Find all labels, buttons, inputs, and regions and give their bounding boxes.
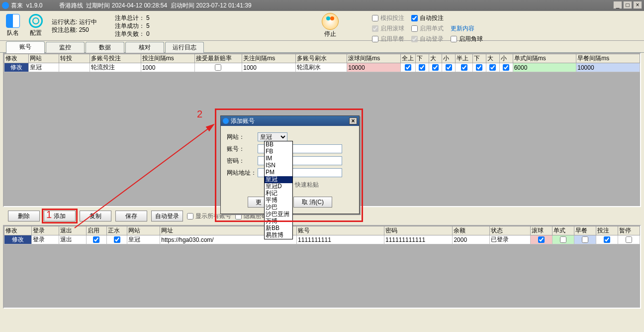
main-toolbar: 队名 配置 运行状态: 运行中 投注总额: 250 注单总计： 5 注单成功： … — [0, 11, 644, 41]
copy-button[interactable]: 复制 — [80, 211, 111, 221]
dropdown-option[interactable]: FB — [265, 148, 292, 155]
stop-button[interactable]: 停止 — [322, 13, 339, 38]
tab-verify[interactable]: 核对 — [125, 42, 164, 53]
chk-auto[interactable]: 自动投注 — [411, 14, 444, 22]
stop-icon — [322, 13, 339, 30]
dropdown-option[interactable]: 沙巴 — [265, 204, 292, 211]
dialog-icon — [223, 118, 229, 124]
dropdown-option[interactable]: BB — [265, 141, 292, 148]
chk-roll[interactable]: 启用滚球 — [372, 24, 404, 33]
table-row[interactable]: 修改 登录 退出 皇冠 https://hga030.com/ 11111111… — [4, 235, 640, 244]
dialog-titlebar[interactable]: 添加账号 × — [221, 116, 359, 126]
site-config-table[interactable]: 修改网站转投多账号投注投注间隔ms接受最新赔率关注间隔ms多账号刷水滚球间隔ms… — [4, 54, 640, 72]
cancel-button[interactable]: 取 消(C) — [293, 197, 332, 208]
chk-corner[interactable]: 启用角球 — [451, 35, 483, 43]
update-link[interactable]: 更新内容 — [451, 24, 483, 33]
tab-data[interactable]: 数据 — [86, 42, 124, 53]
tab-account[interactable]: 账号 — [6, 41, 45, 53]
dropdown-option[interactable]: 平博 — [265, 197, 292, 204]
delete-button[interactable]: 删除 — [8, 211, 40, 221]
url-label: 网站地址： — [227, 169, 258, 177]
account-table[interactable]: 修改登录退出启用正水网站网址账号密码余额状态滚球单式早餐投注暂停 修改 登录 退… — [4, 226, 640, 244]
title-bar: 喜来 v1.9.0 香港路线 过期时间 2024-04-12 00:28:54 … — [0, 0, 644, 11]
table-header-row: 修改登录退出启用正水网站网址账号密码余额状态滚球单式早餐投注暂停 — [4, 226, 640, 235]
tabs: 账号 监控 数据 核对 运行日志 — [0, 41, 644, 53]
tab-monitor[interactable]: 监控 — [46, 42, 85, 53]
dropdown-option[interactable]: 皇冠 — [265, 176, 292, 183]
site-select[interactable]: 皇冠 — [258, 132, 287, 141]
dropdown-option[interactable]: 皇冠D — [265, 183, 292, 190]
modify-button[interactable]: 修改 — [4, 63, 29, 72]
login-button[interactable]: 登录 — [31, 235, 59, 244]
options-area: 模拟投注 自动投注 启用滚球 启用单式 启用早餐 自动登录 启用角球 更新内容 — [372, 14, 483, 43]
tab-log[interactable]: 运行日志 — [165, 42, 204, 53]
save-button[interactable]: 保存 — [115, 211, 147, 221]
order-stats: 注单总计： 5 注单成功： 5 注单失败： 0 — [115, 14, 150, 38]
table-row[interactable]: 修改 皇冠 轮流投注 1000 1000 轮流刷水 10000 6000 100… — [4, 63, 640, 72]
dialog-close-button[interactable]: × — [349, 117, 357, 124]
dropdown-option[interactable]: PM — [265, 169, 292, 176]
logout-button[interactable]: 退出 — [59, 235, 86, 244]
dropdown-option[interactable]: IM — [265, 155, 292, 162]
chk-autologin[interactable]: 自动登录 — [411, 35, 444, 43]
dropdown-option[interactable]: ISN — [265, 162, 292, 169]
gear-icon — [29, 14, 43, 28]
team-label: 队名 — [7, 29, 19, 37]
team-icon — [6, 14, 20, 28]
chk-single[interactable]: 启用单式 — [411, 24, 444, 33]
autologin-button[interactable]: 自动登录 — [151, 211, 183, 221]
title-text: 喜来 v1.9.0 香港路线 过期时间 2024-04-12 00:28:54 … — [11, 1, 252, 10]
chk-morning[interactable]: 启用早餐 — [372, 35, 404, 43]
add-button[interactable]: 添加 — [44, 211, 76, 221]
config-label: 配置 — [30, 29, 42, 37]
dropdown-option[interactable]: 万博 — [265, 218, 292, 225]
table-header-row: 修改网站转投多账号投注投注间隔ms接受最新赔率关注间隔ms多账号刷水滚球间隔ms… — [4, 54, 640, 63]
site-dropdown-list[interactable]: BBFBIMISNPM皇冠皇冠D利记平博沙巴沙巴亚洲万博新BB易胜博 — [264, 141, 293, 239]
chk-sim[interactable]: 模拟投注 — [372, 14, 404, 22]
max-button[interactable]: □ — [623, 1, 632, 9]
dropdown-option[interactable]: 新BB — [265, 225, 292, 232]
dialog-title: 添加账号 — [231, 117, 255, 125]
lower-grid-panel: 修改登录退出启用正水网站网址账号密码余额状态滚球单式早餐投注暂停 修改 登录 退… — [3, 225, 641, 309]
dropdown-option[interactable]: 沙巴亚洲 — [265, 211, 292, 218]
modify-button[interactable]: 修改 — [4, 235, 32, 244]
stop-label: 停止 — [324, 30, 336, 38]
site-label: 网站： — [227, 133, 258, 141]
password-label: 密码： — [227, 157, 258, 165]
min-button[interactable]: _ — [613, 1, 622, 9]
dropdown-option[interactable]: 利记 — [265, 190, 292, 197]
team-button[interactable]: 队名 — [3, 13, 23, 38]
close-button[interactable]: × — [633, 1, 642, 9]
dropdown-option[interactable]: 易胜博 — [265, 232, 292, 239]
app-icon — [2, 2, 9, 9]
config-button[interactable]: 配置 — [26, 13, 46, 38]
account-label: 账号： — [227, 145, 258, 153]
run-status: 运行状态: 运行中 投注总额: 250 — [52, 18, 97, 34]
